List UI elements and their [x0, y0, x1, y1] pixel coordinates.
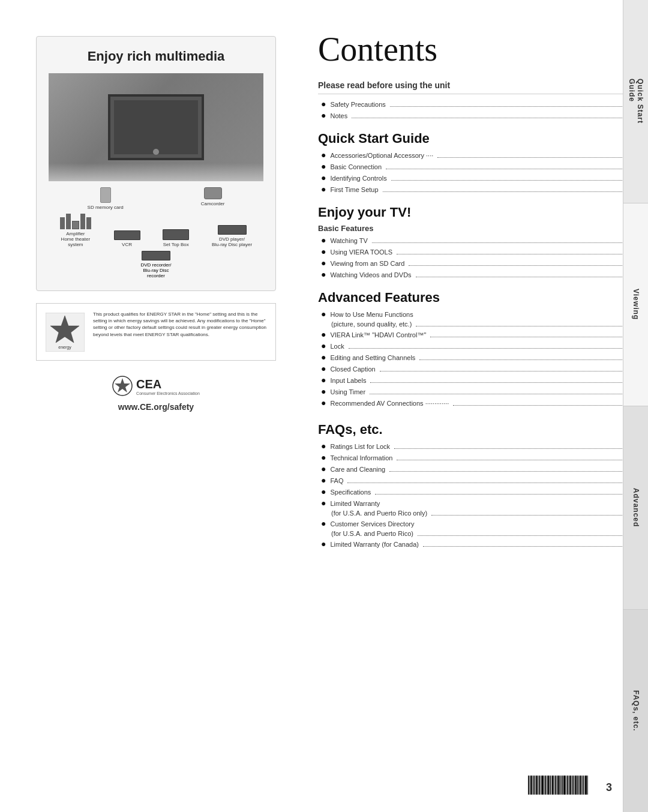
- dots-accessories: [437, 157, 628, 158]
- svg-rect-25: [557, 775, 557, 795]
- toc-first-time-setup: ● First Time Setup 16: [318, 184, 636, 194]
- label-input-labels: Input Labels: [330, 377, 366, 384]
- label-technical: Technical Information: [330, 454, 392, 462]
- device-vcr: VCR: [114, 230, 140, 247]
- quick-start-heading: Quick Start Guide: [318, 131, 636, 146]
- dots-av-connections: [453, 405, 624, 406]
- svg-rect-5: [528, 775, 529, 795]
- barcode-image: [528, 774, 588, 798]
- dots-specs: [375, 494, 624, 495]
- svg-rect-18: [547, 775, 547, 795]
- svg-rect-23: [554, 775, 554, 795]
- toc-specs: ● Specifications 52: [318, 487, 636, 496]
- svg-rect-20: [550, 775, 551, 795]
- svg-rect-28: [561, 775, 562, 795]
- label-sd-card: Viewing from an SD Card: [330, 260, 404, 267]
- advanced-features-heading: Advanced Features: [318, 290, 636, 305]
- svg-text:energy: energy: [58, 345, 71, 350]
- bullet-closed-caption: ●: [321, 364, 326, 373]
- svg-rect-24: [555, 775, 556, 795]
- bullet-av-connections: ●: [321, 398, 326, 408]
- device-dvd-recorder-row: DVD recorder/Blu-ray Disc recorder: [49, 251, 263, 278]
- page-number: 3: [606, 781, 612, 794]
- bullet-channels: ●: [321, 352, 326, 362]
- label-specs: Specifications: [330, 489, 371, 496]
- svg-rect-43: [583, 775, 584, 795]
- toc-closed-caption: ● Closed Caption 40: [318, 364, 636, 373]
- svg-rect-16: [544, 775, 545, 795]
- bullet-notes: ●: [321, 110, 326, 120]
- svg-rect-32: [567, 775, 568, 795]
- label-customer-services: Customer Services Directory: [330, 520, 414, 528]
- energy-star-text: This product qualifies for ENERGY STAR i…: [93, 311, 268, 338]
- cea-text: CEA Consumer Electronics Association: [136, 377, 200, 395]
- bullet-specs: ●: [321, 487, 326, 496]
- tab-faqs-label: FAQs, etc.: [632, 690, 640, 732]
- svg-rect-31: [566, 775, 566, 795]
- dots-timer: [370, 394, 625, 394]
- side-tabs: Quick StartGuide Viewing Advanced FAQs, …: [623, 0, 648, 812]
- device-settopbox: Set Top Box: [163, 229, 189, 247]
- svg-rect-14: [541, 775, 541, 795]
- tab-quick-start-label: Quick StartGuide: [628, 79, 644, 124]
- label-timer: Using Timer: [330, 388, 365, 395]
- bullet-input-labels: ●: [321, 375, 326, 385]
- dots-basic-connection: [386, 169, 625, 169]
- svg-rect-26: [557, 775, 559, 795]
- toc-viera-tools: ● Using VIERA TOOLS 21: [318, 247, 636, 256]
- devices-top-row: SD memory card Camcorder: [49, 187, 263, 210]
- dots-videos-dvds: [416, 277, 625, 277]
- dots-sd-card: [409, 265, 624, 266]
- svg-rect-30: [563, 775, 565, 795]
- tab-viewing[interactable]: Viewing: [623, 203, 648, 407]
- tab-advanced[interactable]: Advanced: [623, 406, 648, 610]
- bullet-limited-warranty: ●: [321, 498, 326, 508]
- toc-warranty-usa: (for U.S.A. and Puerto Rico only) 53: [318, 510, 636, 517]
- svg-rect-27: [560, 775, 561, 795]
- toc-viera-link: ● VIERA Link™ "HDAVI Control™" 30: [318, 329, 636, 339]
- bullet-viera-link: ●: [321, 329, 326, 339]
- label-faq: FAQ: [330, 477, 343, 484]
- bullet-watching-tv: ●: [321, 235, 326, 245]
- tab-advanced-label: Advanced: [632, 488, 640, 527]
- energy-star-box: energy This product qualifies for ENERGY…: [36, 303, 276, 361]
- svg-rect-8: [533, 775, 533, 795]
- dots-lock: [349, 348, 625, 349]
- bullet-safety: ●: [321, 99, 326, 109]
- bullet-cleaning: ●: [321, 464, 326, 474]
- bullet-accessories: ●: [321, 150, 326, 160]
- toc-accessories: ● Accessories/Optional Accessory ···· 8: [318, 150, 636, 160]
- tab-quick-start[interactable]: Quick StartGuide: [623, 0, 648, 203]
- svg-rect-15: [542, 775, 544, 795]
- label-watching-tv: Watching TV: [330, 237, 367, 244]
- tab-faqs[interactable]: FAQs, etc.: [623, 610, 648, 813]
- page-title: Contents: [318, 30, 636, 68]
- label-closed-caption: Closed Caption: [330, 365, 375, 373]
- label-basic-connection: Basic Connection: [330, 163, 382, 170]
- svg-rect-12: [538, 775, 539, 795]
- svg-rect-17: [545, 775, 546, 795]
- svg-rect-37: [574, 775, 575, 795]
- page-container: Enjoy rich multimedia SD memory card: [0, 0, 648, 812]
- bullet-timer: ●: [321, 386, 326, 396]
- right-column: Contents Please read before using the un…: [294, 0, 648, 812]
- toc-timer: ● Using Timer 42: [318, 386, 636, 396]
- dots-faq: [347, 483, 624, 483]
- energy-star-icon: energy: [46, 313, 85, 352]
- devices-bottom-row: AmplifierHome theatersystem VCR Set Top …: [49, 214, 263, 247]
- toc-sd-card: ● Viewing from an SD Card 22: [318, 258, 636, 268]
- svg-rect-13: [539, 775, 540, 795]
- label-safety: Safety Precautions: [330, 101, 385, 108]
- basic-features-heading: Basic Features: [318, 224, 636, 233]
- svg-rect-21: [551, 775, 551, 795]
- label-notes: Notes: [330, 112, 347, 119]
- bullet-videos-dvds: ●: [321, 269, 326, 279]
- dots-notes: [352, 118, 628, 118]
- toc-customer-services: ● Customer Services Directory: [318, 519, 636, 528]
- toc-notes: ● Notes 7: [318, 110, 636, 120]
- dots-services-usa: [418, 535, 625, 536]
- label-viera-link: VIERA Link™ "HDAVI Control™": [330, 331, 426, 338]
- faqs-heading: FAQs, etc.: [318, 422, 636, 438]
- svg-rect-11: [536, 775, 538, 795]
- dots-technical: [397, 460, 624, 460]
